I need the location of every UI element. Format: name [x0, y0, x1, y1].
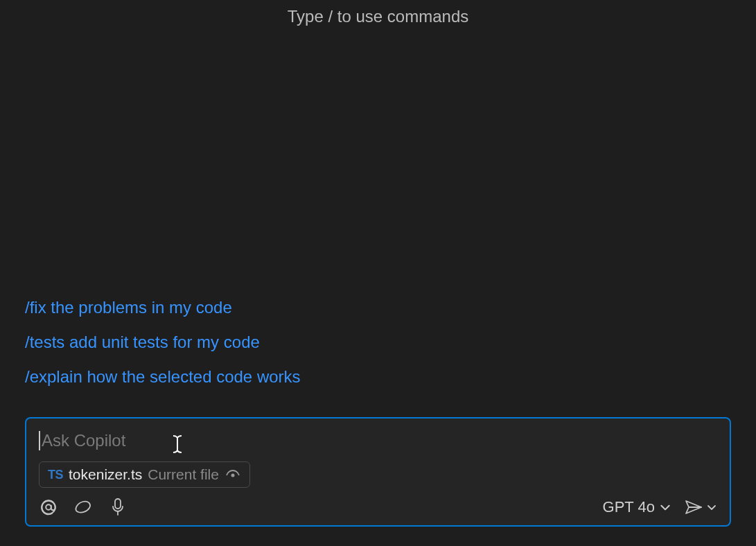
suggestion-explain[interactable]: /explain how the selected code works [25, 367, 731, 387]
chat-input-placeholder: Ask Copilot [42, 431, 125, 450]
eye-icon [225, 466, 241, 483]
commands-hint: Type / to use commands [0, 0, 756, 26]
suggestions-list: /fix the problems in my code /tests add … [25, 298, 731, 387]
send-button[interactable] [684, 498, 717, 516]
model-label: GPT 4o [603, 498, 655, 516]
input-toolbar: GPT 4o [39, 497, 717, 517]
send-icon [684, 498, 703, 516]
chevron-down-icon [659, 501, 671, 513]
text-caret [39, 431, 40, 450]
chat-input-container: Ask Copilot TS tokenizer.ts Current file [25, 417, 731, 527]
file-attachment-chip[interactable]: TS tokenizer.ts Current file [39, 461, 250, 488]
typescript-badge-icon: TS [48, 468, 63, 482]
svg-rect-4 [115, 499, 121, 509]
ibeam-cursor-icon [170, 434, 184, 455]
suggestion-tests[interactable]: /tests add unit tests for my code [25, 333, 731, 352]
chevron-down-icon [706, 502, 717, 513]
attachment-filename: tokenizer.ts [69, 466, 142, 483]
svg-point-1 [231, 474, 234, 477]
model-selector[interactable]: GPT 4o [603, 498, 671, 516]
mention-icon[interactable] [39, 497, 58, 517]
microphone-icon[interactable] [108, 497, 128, 517]
chat-input[interactable]: Ask Copilot [39, 428, 717, 453]
attachments-row: TS tokenizer.ts Current file [39, 461, 717, 488]
attachment-hint: Current file [148, 466, 219, 483]
suggestion-fix[interactable]: /fix the problems in my code [25, 298, 731, 317]
svg-point-3 [46, 504, 51, 510]
toolbar-right: GPT 4o [603, 498, 717, 516]
attach-icon[interactable] [73, 497, 93, 517]
toolbar-left [39, 497, 128, 517]
